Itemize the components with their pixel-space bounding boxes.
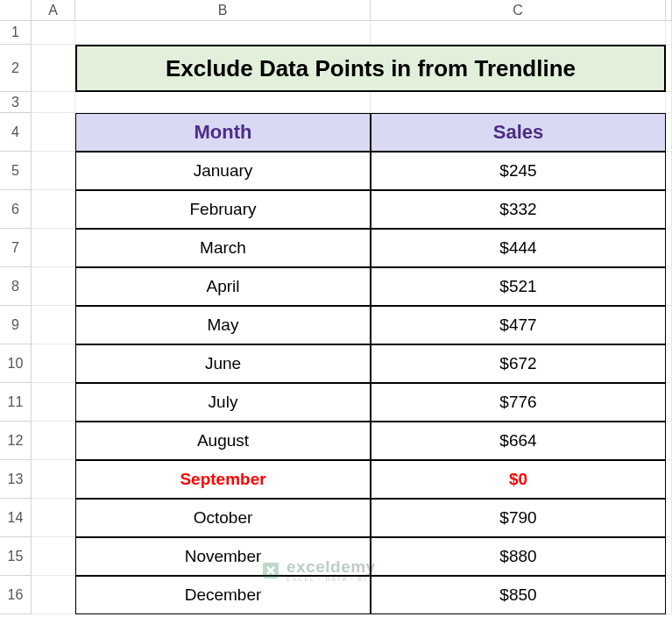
cell-a7[interactable] — [32, 229, 75, 267]
cell-a9[interactable] — [32, 306, 75, 344]
cell-d15[interactable] — [666, 537, 672, 576]
cell-d5[interactable] — [666, 152, 672, 190]
cell-a1[interactable] — [32, 21, 75, 45]
cell-a2[interactable] — [32, 45, 75, 92]
spreadsheet-grid: A B C 1 2 Exclude Data Points in from Tr… — [0, 0, 672, 614]
cell-sales-6[interactable]: $776 — [371, 383, 666, 422]
row-header-12[interactable]: 12 — [0, 422, 32, 460]
cell-b3[interactable] — [75, 92, 371, 113]
cell-a15[interactable] — [32, 537, 75, 576]
row-header-4[interactable]: 4 — [0, 113, 32, 152]
cell-month-5[interactable]: June — [75, 344, 371, 383]
row-header-3[interactable]: 3 — [0, 92, 32, 113]
select-all-corner[interactable] — [0, 0, 32, 21]
cell-d13[interactable] — [666, 460, 672, 499]
row-header-6[interactable]: 6 — [0, 190, 32, 229]
row-header-7[interactable]: 7 — [0, 229, 32, 267]
col-header-c[interactable]: C — [371, 0, 666, 21]
cell-d1[interactable] — [666, 21, 672, 45]
title-cell[interactable]: Exclude Data Points in from Trendline — [75, 45, 666, 92]
cell-month-2[interactable]: March — [75, 229, 371, 267]
cell-a5[interactable] — [32, 152, 75, 190]
cell-month-11[interactable]: December — [75, 576, 371, 614]
cell-d11[interactable] — [666, 383, 672, 422]
row-header-9[interactable]: 9 — [0, 306, 32, 344]
cell-d16[interactable] — [666, 576, 672, 614]
cell-d6[interactable] — [666, 190, 672, 229]
cell-d2[interactable] — [666, 45, 672, 92]
cell-sales-10[interactable]: $880 — [371, 537, 666, 576]
cell-d3[interactable] — [666, 92, 672, 113]
cell-d10[interactable] — [666, 344, 672, 383]
cell-a8[interactable] — [32, 267, 75, 306]
cell-c1[interactable] — [371, 21, 666, 45]
cell-a16[interactable] — [32, 576, 75, 614]
cell-d7[interactable] — [666, 229, 672, 267]
cell-b1[interactable] — [75, 21, 371, 45]
cell-c3[interactable] — [371, 92, 666, 113]
row-header-11[interactable]: 11 — [0, 383, 32, 422]
row-header-8[interactable]: 8 — [0, 267, 32, 306]
cell-month-8[interactable]: September — [75, 460, 371, 499]
cell-month-4[interactable]: May — [75, 306, 371, 344]
row-header-16[interactable]: 16 — [0, 576, 32, 614]
cell-sales-5[interactable]: $672 — [371, 344, 666, 383]
cell-a3[interactable] — [32, 92, 75, 113]
cell-a6[interactable] — [32, 190, 75, 229]
cell-month-6[interactable]: July — [75, 383, 371, 422]
col-header-a[interactable]: A — [32, 0, 75, 21]
cell-a10[interactable] — [32, 344, 75, 383]
row-header-2[interactable]: 2 — [0, 45, 32, 92]
cell-month-7[interactable]: August — [75, 422, 371, 460]
cell-d9[interactable] — [666, 306, 672, 344]
cell-month-10[interactable]: November — [75, 537, 371, 576]
col-header-extra[interactable] — [666, 0, 672, 21]
cell-month-9[interactable]: October — [75, 499, 371, 537]
cell-sales-8[interactable]: $0 — [371, 460, 666, 499]
cell-a13[interactable] — [32, 460, 75, 499]
cell-d14[interactable] — [666, 499, 672, 537]
cell-d8[interactable] — [666, 267, 672, 306]
cell-d12[interactable] — [666, 422, 672, 460]
cell-sales-0[interactable]: $245 — [371, 152, 666, 190]
row-header-5[interactable]: 5 — [0, 152, 32, 190]
cell-month-1[interactable]: February — [75, 190, 371, 229]
col-header-b[interactable]: B — [75, 0, 371, 21]
cell-a12[interactable] — [32, 422, 75, 460]
cell-month-3[interactable]: April — [75, 267, 371, 306]
cell-a11[interactable] — [32, 383, 75, 422]
cell-d4[interactable] — [666, 113, 672, 152]
header-sales[interactable]: Sales — [371, 113, 666, 152]
cell-sales-1[interactable]: $332 — [371, 190, 666, 229]
cell-sales-4[interactable]: $477 — [371, 306, 666, 344]
cell-sales-11[interactable]: $850 — [371, 576, 666, 614]
cell-month-0[interactable]: January — [75, 152, 371, 190]
cell-sales-3[interactable]: $521 — [371, 267, 666, 306]
row-header-13[interactable]: 13 — [0, 460, 32, 499]
cell-sales-2[interactable]: $444 — [371, 229, 666, 267]
row-header-15[interactable]: 15 — [0, 537, 32, 576]
cell-a14[interactable] — [32, 499, 75, 537]
row-header-10[interactable]: 10 — [0, 344, 32, 383]
cell-sales-7[interactable]: $664 — [371, 422, 666, 460]
header-month[interactable]: Month — [75, 113, 371, 152]
cell-sales-9[interactable]: $790 — [371, 499, 666, 537]
row-header-14[interactable]: 14 — [0, 499, 32, 537]
row-header-1[interactable]: 1 — [0, 21, 32, 45]
cell-a4[interactable] — [32, 113, 75, 152]
